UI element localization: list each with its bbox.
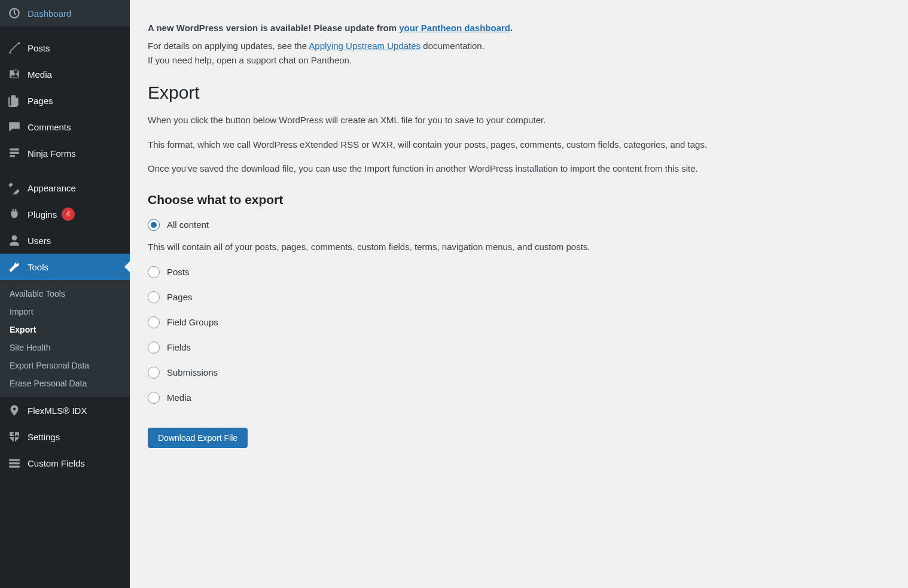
option-label[interactable]: Submissions [167, 367, 218, 377]
submenu-available-tools[interactable]: Available Tools [0, 285, 130, 303]
page-description: Once you've saved the download file, you… [148, 162, 889, 176]
page-title: Export [148, 83, 889, 103]
pages-icon [7, 93, 22, 108]
sidebar-label: Plugins [28, 209, 57, 220]
media-icon [7, 67, 22, 81]
sidebar-label: Custom Fields [28, 458, 85, 468]
notice-text: . [510, 23, 513, 33]
sidebar-item-tools[interactable]: Tools [0, 254, 130, 280]
sidebar-label: Media [28, 69, 52, 80]
page-description: When you click the button below WordPres… [148, 114, 889, 127]
sidebar-item-media[interactable]: Media [0, 61, 130, 87]
notice-text: If you need help, open a support chat on… [148, 55, 352, 65]
export-option-all[interactable]: All content [148, 219, 889, 231]
option-label[interactable]: Media [167, 392, 191, 403]
sidebar-item-posts[interactable]: Posts [0, 35, 130, 61]
submenu-import[interactable]: Import [0, 303, 130, 321]
custom-fields-icon [7, 456, 22, 470]
tools-submenu: Available Tools Import Export Site Healt… [0, 280, 130, 397]
sidebar-label: FlexMLS® IDX [28, 406, 87, 416]
option-label[interactable]: Field Groups [167, 317, 218, 327]
export-option-field-groups[interactable]: Field Groups [148, 316, 889, 328]
sidebar-item-users[interactable]: Users [0, 227, 130, 254]
sidebar-item-pages[interactable]: Pages [0, 87, 130, 114]
option-label[interactable]: Posts [167, 267, 190, 277]
export-option-posts[interactable]: Posts [148, 266, 889, 278]
notice-text: documentation. [421, 41, 485, 51]
notice-text: A new WordPress version is available! Pl… [148, 23, 399, 33]
sidebar-item-dashboard[interactable]: Dashboard [0, 0, 130, 26]
export-option-submissions[interactable]: Submissions [148, 367, 889, 379]
download-export-button[interactable]: Download Export File [148, 428, 248, 448]
submenu-erase-personal-data[interactable]: Erase Personal Data [0, 374, 130, 392]
radio-field-groups[interactable] [148, 316, 160, 328]
notice-text: For details on applying updates, see the [148, 41, 309, 51]
sidebar-item-comments[interactable]: Comments [0, 114, 130, 140]
option-label[interactable]: All content [167, 220, 209, 230]
sidebar-item-settings[interactable]: Settings [0, 424, 130, 450]
export-option-pages[interactable]: Pages [148, 291, 889, 303]
sidebar-item-appearance[interactable]: Appearance [0, 175, 130, 201]
radio-media[interactable] [148, 392, 160, 404]
radio-submissions[interactable] [148, 367, 160, 379]
sidebar-label: Ninja Forms [28, 148, 76, 159]
sidebar-item-custom-fields[interactable]: Custom Fields [0, 450, 130, 476]
export-option-media[interactable]: Media [148, 392, 889, 404]
plugins-icon [7, 207, 22, 221]
sidebar-label: Users [28, 236, 51, 246]
section-title: Choose what to export [148, 193, 889, 207]
sidebar-label: Appearance [28, 183, 76, 193]
location-icon [7, 403, 22, 418]
posts-icon [7, 41, 22, 55]
submenu-export-personal-data[interactable]: Export Personal Data [0, 357, 130, 374]
option-label[interactable]: Fields [167, 342, 191, 352]
radio-pages[interactable] [148, 291, 160, 303]
sidebar-label: Posts [28, 43, 50, 53]
option-description: This will contain all of your posts, pag… [148, 242, 889, 252]
dashboard-icon [7, 6, 22, 20]
sidebar-item-ninja-forms[interactable]: Ninja Forms [0, 140, 130, 166]
radio-fields[interactable] [148, 342, 160, 354]
sidebar-item-plugins[interactable]: Plugins 4 [0, 201, 130, 227]
sidebar-label: Dashboard [28, 8, 71, 19]
forms-icon [7, 146, 22, 160]
plugins-badge: 4 [62, 208, 75, 221]
sidebar-label: Settings [28, 432, 60, 442]
submenu-export[interactable]: Export [0, 321, 130, 339]
upstream-updates-link[interactable]: Applying Upstream Updates [309, 41, 421, 51]
comments-icon [7, 120, 22, 134]
appearance-icon [7, 181, 22, 195]
tools-icon [7, 260, 22, 274]
users-icon [7, 233, 22, 248]
main-content: A new WordPress version is available! Pl… [130, 0, 907, 588]
sidebar-label: Tools [28, 262, 48, 272]
admin-sidebar: Dashboard Posts Media Pages Comments Nin… [0, 0, 130, 588]
pantheon-dashboard-link[interactable]: your Pantheon dashboard [399, 23, 510, 33]
radio-all-content[interactable] [148, 219, 160, 231]
sidebar-item-flexmls[interactable]: FlexMLS® IDX [0, 397, 130, 424]
update-notice: A new WordPress version is available! Pl… [148, 12, 889, 68]
option-label[interactable]: Pages [167, 292, 193, 302]
page-description: This format, which we call WordPress eXt… [148, 138, 889, 152]
sidebar-label: Comments [28, 122, 71, 132]
radio-posts[interactable] [148, 266, 160, 278]
export-option-fields[interactable]: Fields [148, 342, 889, 354]
sidebar-label: Pages [28, 96, 53, 106]
settings-icon [7, 429, 22, 444]
submenu-site-health[interactable]: Site Health [0, 339, 130, 357]
